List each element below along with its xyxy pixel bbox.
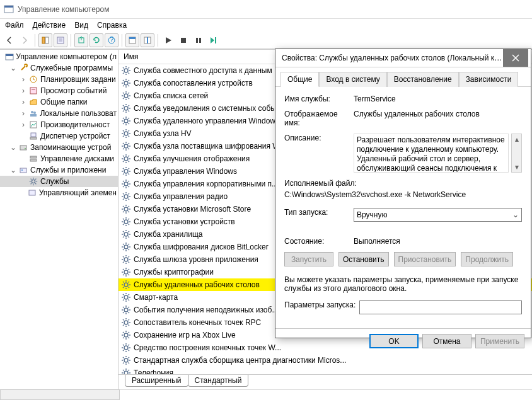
label-display-name: Отображаемое имя: (284, 110, 354, 127)
service-row[interactable]: Телефония (119, 367, 532, 374)
toolbar-stop-service[interactable] (176, 33, 190, 47)
tree-task-scheduler[interactable]: ›Планировщик задани (0, 74, 118, 85)
tree-disk-management[interactable]: Управление дисками (0, 153, 118, 164)
window-title-bar: Управление компьютером (0, 0, 532, 19)
svg-rect-40 (30, 156, 37, 158)
scroll-down-icon[interactable]: ▾ (512, 162, 521, 172)
toolbar: ? (0, 31, 532, 49)
value-service-name[interactable]: TermService (354, 94, 396, 103)
tab-recovery[interactable]: Восстановление (387, 72, 459, 87)
tab-general[interactable]: Общие (280, 72, 319, 87)
gear-icon (121, 254, 131, 265)
gear-icon (121, 103, 131, 113)
window-title: Управление компьютером (18, 5, 109, 14)
service-name: Телефония (134, 369, 173, 374)
toolbar-back[interactable] (3, 33, 16, 47)
svg-text:?: ? (110, 36, 114, 44)
dialog-tabs: Общие Вход в систему Восстановление Зави… (275, 67, 531, 87)
gear-icon (121, 292, 131, 302)
tree-event-viewer[interactable]: ›Просмотр событий (0, 85, 118, 96)
toolbar-pause-service[interactable] (192, 33, 205, 47)
horizontal-scrollbar[interactable] (0, 389, 120, 400)
toolbar-export[interactable] (74, 33, 88, 47)
value-executable: C:\Windows\System32\svchost.exe -k Netwo… (284, 190, 466, 199)
tree-performance[interactable]: ›Производительност (0, 119, 118, 130)
toolbar-properties[interactable] (54, 33, 67, 47)
menu-file[interactable]: Файл (5, 21, 24, 30)
svg-rect-44 (29, 190, 35, 195)
gear-icon (121, 191, 131, 202)
tree-device-manager[interactable]: Диспетчер устройст (0, 130, 118, 142)
menu-bar: Файл Действие Вид Справка (0, 19, 532, 31)
close-icon[interactable] (503, 49, 528, 67)
service-row[interactable]: Стандартная служба сборщика центра диагн… (119, 354, 532, 367)
svg-rect-26 (215, 37, 216, 43)
service-properties-dialog: Свойства: Службы удаленных рабочих столо… (275, 49, 531, 338)
gear-icon (121, 166, 131, 176)
toolbar-prop2[interactable] (125, 33, 139, 47)
start-button[interactable]: Запустить (284, 252, 333, 266)
svg-rect-36 (31, 133, 36, 137)
svg-rect-34 (30, 114, 37, 117)
menu-help[interactable]: Справка (97, 21, 127, 30)
tab-extended[interactable]: Расширенный (125, 375, 188, 387)
svg-rect-24 (196, 38, 198, 43)
tree-services-apps[interactable]: ⌄Службы и приложени (0, 164, 118, 176)
dialog-footer: OK Отмена Применить (275, 328, 531, 353)
gear-icon (121, 91, 131, 101)
description-scrollbar[interactable]: ▴ ▾ (511, 134, 522, 173)
value-description: Разрешает пользователям интерактивное по… (354, 134, 509, 173)
ok-button[interactable]: OK (369, 334, 419, 348)
service-name: Служба шлюза уровня приложения (134, 255, 258, 264)
svg-rect-25 (199, 38, 201, 43)
pause-button[interactable]: Приостановить (394, 252, 456, 266)
stop-button[interactable]: Остановить (338, 252, 389, 266)
tree-pane[interactable]: Управление компьютером (л ⌄Служебные про… (0, 50, 119, 389)
service-name: Служба хранилища (134, 230, 203, 239)
toolbar-start-service[interactable] (161, 33, 175, 47)
tab-logon[interactable]: Вход в систему (319, 72, 386, 87)
toolbar-refresh[interactable] (90, 33, 103, 47)
tab-standard[interactable]: Стандартный (188, 375, 249, 387)
scroll-up-icon[interactable]: ▴ (512, 134, 521, 144)
gear-icon (121, 317, 131, 328)
svg-rect-28 (6, 54, 13, 56)
menu-view[interactable]: Вид (74, 21, 88, 30)
toolbar-show-hide[interactable] (38, 33, 52, 47)
gear-icon (121, 330, 131, 340)
start-params-input[interactable] (359, 300, 522, 314)
label-service-name: Имя службы: (284, 94, 354, 103)
apply-button[interactable]: Применить (475, 334, 524, 348)
label-startup-type: Тип запуска: (284, 208, 354, 217)
tree-storage[interactable]: ⌄Запоминающие устрой (0, 142, 118, 153)
label-status: Состояние: (284, 237, 354, 246)
resume-button[interactable]: Продолжить (461, 252, 513, 266)
toolbar-restart-service[interactable] (207, 33, 221, 47)
tree-shared-folders[interactable]: ›Общие папки (0, 96, 118, 108)
toolbar-forward[interactable] (18, 33, 32, 47)
toolbar-help[interactable]: ? (105, 33, 119, 47)
tree-local-users[interactable]: ›Локальные пользоват (0, 108, 118, 119)
tree-utilities[interactable]: ⌄Служебные программы (0, 62, 118, 74)
service-name: Служба узла HV (134, 129, 192, 138)
service-name: Сопоставитель конечных точек RPC (134, 318, 261, 327)
svg-rect-20 (129, 37, 136, 39)
svg-rect-42 (20, 168, 26, 173)
svg-rect-38 (20, 146, 26, 150)
startup-type-select[interactable]: Вручную ⌄ (354, 208, 522, 222)
menu-action[interactable]: Действие (33, 21, 66, 30)
tree-services[interactable]: Службы (0, 176, 118, 187)
service-name: Служба уведомления о системных собы... (134, 104, 282, 113)
dialog-title-bar[interactable]: Свойства: Службы удаленных рабочих столо… (275, 49, 531, 67)
toolbar-filter[interactable] (141, 33, 154, 47)
tab-dependencies[interactable]: Зависимости (459, 72, 519, 87)
tree-wmi[interactable]: Управляющий элемен (0, 187, 118, 198)
svg-point-43 (21, 169, 23, 171)
svg-rect-41 (30, 159, 37, 161)
tree-root[interactable]: Управление компьютером (л (0, 51, 118, 62)
label-executable: Исполняемый файл: (284, 179, 357, 188)
label-start-params: Параметры запуска: (284, 300, 359, 309)
svg-rect-11 (42, 37, 45, 43)
service-name: Служба узла поставщика шифрования W... (134, 142, 286, 151)
cancel-button[interactable]: Отмена (422, 334, 471, 348)
